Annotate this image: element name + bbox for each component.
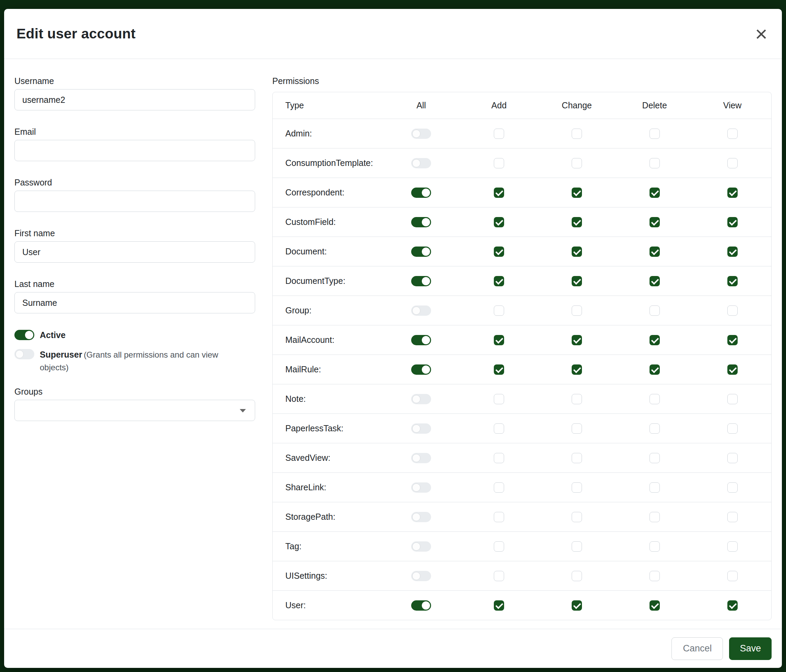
email-input[interactable] <box>14 140 255 161</box>
permission-all-toggle[interactable] <box>411 364 431 375</box>
permission-change-checkbox[interactable] <box>572 335 582 345</box>
permission-all-toggle[interactable] <box>411 453 431 463</box>
permission-change-checkbox[interactable] <box>572 247 582 257</box>
permission-all-toggle[interactable] <box>411 571 431 581</box>
permission-all-toggle[interactable] <box>411 335 431 345</box>
permission-all-toggle[interactable] <box>411 542 431 552</box>
permission-view-checkbox[interactable] <box>727 571 738 581</box>
first-name-input[interactable] <box>14 241 255 263</box>
permission-all-toggle[interactable] <box>411 188 431 198</box>
close-icon[interactable]: × <box>753 23 770 45</box>
permission-add-checkbox[interactable] <box>494 276 504 286</box>
permission-row: PaperlessTask: <box>273 413 771 443</box>
permission-add-checkbox[interactable] <box>494 158 504 168</box>
permission-view-checkbox[interactable] <box>727 482 738 493</box>
permission-add-checkbox[interactable] <box>494 306 504 316</box>
superuser-toggle[interactable] <box>14 349 34 359</box>
permission-view-checkbox[interactable] <box>727 306 738 316</box>
cancel-button[interactable]: Cancel <box>671 637 723 660</box>
permission-delete-checkbox[interactable] <box>649 129 660 139</box>
permission-view-checkbox[interactable] <box>727 335 738 345</box>
permission-change-checkbox[interactable] <box>572 306 582 316</box>
save-button[interactable]: Save <box>729 637 772 660</box>
last-name-input[interactable] <box>14 292 255 313</box>
permission-delete-checkbox[interactable] <box>649 188 660 198</box>
permission-change-checkbox[interactable] <box>572 512 582 522</box>
permission-view-checkbox[interactable] <box>727 394 738 404</box>
permission-delete-checkbox[interactable] <box>649 335 660 345</box>
permission-all-toggle[interactable] <box>411 129 431 139</box>
permission-add-checkbox[interactable] <box>494 364 504 375</box>
permission-add-checkbox[interactable] <box>494 453 504 463</box>
permission-add-checkbox[interactable] <box>494 424 504 434</box>
permission-delete-checkbox[interactable] <box>649 424 660 434</box>
permission-delete-checkbox[interactable] <box>649 247 660 257</box>
permission-view-checkbox[interactable] <box>727 453 738 463</box>
permission-delete-checkbox[interactable] <box>649 364 660 375</box>
permission-change-checkbox[interactable] <box>572 453 582 463</box>
permission-change-checkbox[interactable] <box>572 571 582 581</box>
permission-delete-checkbox[interactable] <box>649 276 660 286</box>
permission-add-checkbox[interactable] <box>494 394 504 404</box>
permission-change-checkbox[interactable] <box>572 542 582 552</box>
permission-view-checkbox[interactable] <box>727 247 738 257</box>
permission-view-checkbox[interactable] <box>727 542 738 552</box>
permission-change-checkbox[interactable] <box>572 188 582 198</box>
permission-add-checkbox[interactable] <box>494 335 504 345</box>
permission-change-checkbox[interactable] <box>572 482 582 493</box>
permission-add-checkbox[interactable] <box>494 247 504 257</box>
permission-view-checkbox[interactable] <box>727 158 738 168</box>
permission-change-checkbox[interactable] <box>572 364 582 375</box>
permission-delete-checkbox[interactable] <box>649 542 660 552</box>
permission-add-checkbox[interactable] <box>494 512 504 522</box>
permission-change-checkbox[interactable] <box>572 394 582 404</box>
permission-delete-checkbox[interactable] <box>649 571 660 581</box>
permission-add-checkbox[interactable] <box>494 542 504 552</box>
modal-header: Edit user account × <box>4 9 782 59</box>
permission-view-checkbox[interactable] <box>727 364 738 375</box>
permission-all-toggle[interactable] <box>411 394 431 404</box>
permission-all-toggle[interactable] <box>411 306 431 316</box>
permission-add-checkbox[interactable] <box>494 600 504 611</box>
permission-all-toggle[interactable] <box>411 158 431 168</box>
permission-delete-checkbox[interactable] <box>649 306 660 316</box>
username-input[interactable] <box>14 89 255 110</box>
permission-add-checkbox[interactable] <box>494 188 504 198</box>
permission-add-checkbox[interactable] <box>494 129 504 139</box>
permission-delete-checkbox[interactable] <box>649 512 660 522</box>
permission-delete-checkbox[interactable] <box>649 217 660 227</box>
permission-add-checkbox[interactable] <box>494 482 504 493</box>
permission-view-checkbox[interactable] <box>727 129 738 139</box>
permission-delete-checkbox[interactable] <box>649 158 660 168</box>
permission-all-toggle[interactable] <box>411 600 431 611</box>
permission-all-toggle[interactable] <box>411 424 431 434</box>
permission-change-checkbox[interactable] <box>572 600 582 611</box>
permission-delete-checkbox[interactable] <box>649 482 660 493</box>
permission-change-checkbox[interactable] <box>572 276 582 286</box>
permission-delete-checkbox[interactable] <box>649 600 660 611</box>
permission-all-toggle[interactable] <box>411 217 431 227</box>
permission-all-toggle[interactable] <box>411 276 431 286</box>
permission-delete-checkbox[interactable] <box>649 394 660 404</box>
username-field-group: Username <box>14 76 255 110</box>
permission-delete-checkbox[interactable] <box>649 453 660 463</box>
permission-view-checkbox[interactable] <box>727 600 738 611</box>
password-input[interactable] <box>14 191 255 212</box>
permission-all-toggle[interactable] <box>411 247 431 257</box>
groups-select[interactable] <box>14 400 255 421</box>
active-toggle[interactable] <box>14 330 34 340</box>
permission-change-checkbox[interactable] <box>572 129 582 139</box>
permission-add-checkbox[interactable] <box>494 571 504 581</box>
permission-change-checkbox[interactable] <box>572 217 582 227</box>
permission-all-toggle[interactable] <box>411 482 431 493</box>
permission-view-checkbox[interactable] <box>727 424 738 434</box>
permission-all-toggle[interactable] <box>411 512 431 522</box>
permission-view-checkbox[interactable] <box>727 512 738 522</box>
permission-all-toggle-knob <box>422 336 430 344</box>
permission-view-checkbox[interactable] <box>727 276 738 286</box>
permission-change-checkbox[interactable] <box>572 158 582 168</box>
permission-add-checkbox[interactable] <box>494 217 504 227</box>
permission-view-checkbox[interactable] <box>727 217 738 227</box>
permission-view-checkbox[interactable] <box>727 188 738 198</box>
permission-change-checkbox[interactable] <box>572 424 582 434</box>
